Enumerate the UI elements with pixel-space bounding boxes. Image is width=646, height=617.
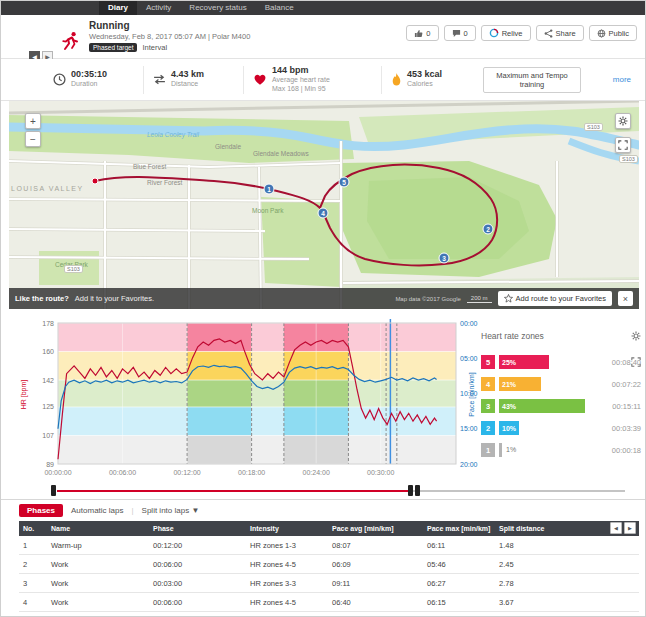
table-cell: HR zones 4-5 <box>246 555 328 573</box>
zone-number-badge: 2 <box>481 421 495 435</box>
svg-text:00:18:00: 00:18:00 <box>238 469 265 476</box>
nav-tab-diary[interactable]: Diary <box>99 1 137 15</box>
table-cell: 06:40 <box>328 593 423 611</box>
zone-band-3 <box>58 380 456 407</box>
svg-text:00:00:00: 00:00:00 <box>44 469 71 476</box>
visibility-label: Public <box>609 29 629 38</box>
table-cell: 06:09 <box>328 555 423 573</box>
relive-button[interactable]: Relive <box>481 25 531 41</box>
column-header-name: Name <box>47 521 149 536</box>
phased-target-badge: Phased target <box>89 43 137 52</box>
scrubber-handle-left[interactable] <box>51 485 56 496</box>
laps-tab-phases[interactable]: Phases <box>19 504 63 517</box>
nav-tab-activity[interactable]: Activity <box>137 1 180 15</box>
route-marker-1[interactable]: 1 <box>264 184 275 195</box>
table-row[interactable]: 3Work00:03:00HR zones 3-309:1106:272.78 <box>19 574 639 593</box>
map-label: Moon Park <box>252 207 283 214</box>
route-map[interactable]: + − Leola Cooley TrailGlendaleGlendale M… <box>9 101 639 309</box>
zone-bar: 10% <box>499 421 519 435</box>
zones-expand-button[interactable] <box>631 353 641 371</box>
map-label: Blue Forest <box>133 163 166 170</box>
zoom-out-button[interactable]: − <box>25 131 41 147</box>
laps-tabs: PhasesAutomatic laps|Split into laps ▼ <box>19 504 199 517</box>
table-cell: HR zones 1-3 <box>246 536 328 554</box>
pace-axis-title: Pace [min/km] <box>468 372 475 416</box>
table-cell: HR zones 4-5 <box>246 593 328 611</box>
phase-highlight-1-zone-2 <box>187 407 252 436</box>
zone-band-5 <box>58 323 456 352</box>
favorites-prompt: Add it to your Favorites. <box>75 294 154 303</box>
laps-table: No.NamePhaseIntensityPace avg [min/km]Pa… <box>19 521 639 612</box>
route-marker-4[interactable]: 4 <box>318 208 329 219</box>
prev-page-button[interactable]: ◀ <box>610 522 622 534</box>
add-route-to-favorites-button[interactable]: Add route to your Favorites <box>498 291 612 306</box>
favorites-overlay: Like the route? Add it to your Favorites… <box>9 288 639 309</box>
heart-rate-value: 144 bpm <box>272 65 330 76</box>
distance-icon <box>153 73 166 86</box>
table-row[interactable]: 4Work00:06:00HR zones 4-506:4006:153.67 <box>19 593 639 612</box>
running-icon <box>61 31 81 55</box>
table-cell: 06:27 <box>423 574 495 592</box>
laps-tab-split-into-laps[interactable]: Split into laps ▼ <box>142 506 200 515</box>
distance-value: 4.43 km <box>171 69 204 80</box>
comment-button[interactable]: 0 <box>444 25 476 41</box>
close-overlay-button[interactable]: × <box>618 291 633 306</box>
laps-tab-automatic-laps[interactable]: Automatic laps <box>71 506 123 515</box>
zoom-in-button[interactable]: + <box>25 113 41 129</box>
zones-settings-button[interactable] <box>631 327 641 345</box>
column-header-intensity: Intensity <box>246 521 328 536</box>
scrubber-track-selected <box>57 490 413 492</box>
map-fullscreen-button[interactable] <box>615 137 631 153</box>
zone-bar-track: 1% <box>499 443 597 457</box>
route-marker-3[interactable]: 3 <box>439 253 450 264</box>
svg-text:00:12:00: 00:12:00 <box>173 469 200 476</box>
svg-text:178: 178 <box>42 320 54 327</box>
session-subtitle: Wednesday, Feb 8, 2017 05:07 AM | Polar … <box>89 32 250 41</box>
map-label: Leola Cooley Trail <box>147 131 199 138</box>
zone-time: 00:07:22 <box>601 380 641 389</box>
share-button[interactable]: Share <box>536 25 584 41</box>
relive-icon <box>489 28 499 38</box>
road-shield: S103 <box>619 155 638 163</box>
comment-icon <box>452 29 461 38</box>
svg-text:160: 160 <box>42 348 54 355</box>
heart-rate-range: Max 168 | Min 95 <box>272 85 330 94</box>
route-marker-5[interactable]: 5 <box>339 177 350 188</box>
training-benefit-button[interactable]: Maximum and Tempo training <box>483 67 581 93</box>
globe-icon <box>597 29 606 38</box>
table-cell: 00:12:00 <box>149 536 246 554</box>
laps-table-body: 1Warm-up00:12:00HR zones 1-308:0706:111.… <box>19 536 639 612</box>
table-cell: 05:46 <box>423 555 495 573</box>
route-marker-2[interactable]: 2 <box>483 224 494 235</box>
table-cell: 09:11 <box>328 574 423 592</box>
chart-scrubber[interactable] <box>51 485 631 497</box>
analysis-section: 1781601421251078900:0005:0010:0015:0020:… <box>1 309 645 499</box>
scrubber-handle-right[interactable] <box>408 485 413 496</box>
nav-tab-balance[interactable]: Balance <box>256 1 303 15</box>
column-header-pace-max-min-km: Pace max [min/km] <box>423 521 495 536</box>
heart-icon <box>253 73 267 86</box>
table-cell: Warm-up <box>47 536 149 554</box>
session-header: ◀ ▶ Running Wednesday, Feb 8, 2017 05:07… <box>1 15 645 59</box>
more-link[interactable]: more <box>613 75 631 84</box>
zone-time: 00:00:18 <box>601 446 641 455</box>
table-row[interactable]: 1Warm-up00:12:00HR zones 1-308:0706:111.… <box>19 536 639 555</box>
calories-value: 453 kcal <box>407 69 442 80</box>
hr-pace-chart[interactable]: 1781601421251078900:0005:0010:0015:0020:… <box>1 309 479 481</box>
phase-highlight-1-zone-5 <box>187 323 252 352</box>
map-canvas <box>9 101 639 309</box>
map-settings-button[interactable] <box>615 113 631 129</box>
like-button[interactable]: 0 <box>406 25 438 41</box>
table-row[interactable]: 2Work00:06:00HR zones 4-506:0905:462.45 <box>19 555 639 574</box>
stat-heart-rate: 144 bpm Average heart rate Max 168 | Min… <box>253 65 330 94</box>
svg-text:20:00: 20:00 <box>460 461 478 468</box>
table-cell: Work <box>47 555 149 573</box>
nav-tab-recovery-status[interactable]: Recovery status <box>180 1 255 15</box>
relive-label: Relive <box>502 29 523 38</box>
scrubber-track-rest <box>413 490 625 492</box>
svg-text:107: 107 <box>42 432 54 439</box>
laps-section: PhasesAutomatic laps|Split into laps ▼ N… <box>1 499 645 617</box>
next-page-button[interactable]: ▶ <box>624 522 636 534</box>
zone-bar <box>499 443 502 457</box>
visibility-button[interactable]: Public <box>589 25 637 41</box>
